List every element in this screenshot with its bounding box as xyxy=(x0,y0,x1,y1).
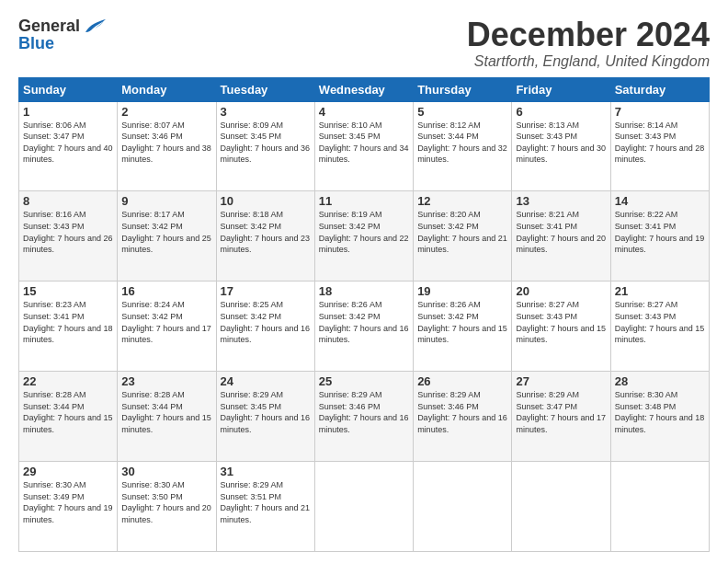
sunset-text: Sunset: 3:42 PM xyxy=(221,222,282,231)
sunrise-text: Sunrise: 8:06 AM xyxy=(23,121,86,130)
day-header-saturday: Saturday xyxy=(610,77,709,101)
day-number: 22 xyxy=(23,374,113,388)
calendar-cell: 13 Sunrise: 8:21 AM Sunset: 3:41 PM Dayl… xyxy=(512,191,610,282)
day-info: Sunrise: 8:29 AM Sunset: 3:46 PM Dayligh… xyxy=(319,389,409,435)
sunset-text: Sunset: 3:46 PM xyxy=(319,402,381,411)
sunset-text: Sunset: 3:42 PM xyxy=(417,222,479,231)
daylight-text: Daylight: 7 hours and 17 minutes. xyxy=(516,413,606,434)
daylight-text: Daylight: 7 hours and 23 minutes. xyxy=(221,234,311,255)
daylight-text: Daylight: 7 hours and 32 minutes. xyxy=(417,144,507,165)
day-number: 4 xyxy=(319,105,409,119)
daylight-text: Daylight: 7 hours and 15 minutes. xyxy=(615,324,705,345)
sunset-text: Sunset: 3:48 PM xyxy=(615,402,677,411)
calendar-cell: 28 Sunrise: 8:30 AM Sunset: 3:48 PM Dayl… xyxy=(610,372,709,462)
day-info: Sunrise: 8:10 AM Sunset: 3:45 PM Dayligh… xyxy=(319,120,409,166)
calendar-cell: 6 Sunrise: 8:13 AM Sunset: 3:43 PM Dayli… xyxy=(512,101,610,191)
sunrise-text: Sunrise: 8:28 AM xyxy=(23,390,86,399)
day-info: Sunrise: 8:22 AM Sunset: 3:41 PM Dayligh… xyxy=(615,209,705,255)
calendar-cell: 3 Sunrise: 8:09 AM Sunset: 3:45 PM Dayli… xyxy=(216,101,314,191)
day-number: 5 xyxy=(417,105,507,119)
daylight-text: Daylight: 7 hours and 30 minutes. xyxy=(516,144,606,165)
logo-bird-icon xyxy=(82,16,108,36)
sunrise-text: Sunrise: 8:27 AM xyxy=(516,300,579,309)
sunrise-text: Sunrise: 8:14 AM xyxy=(615,121,678,130)
sunrise-text: Sunrise: 8:26 AM xyxy=(319,300,382,309)
sunrise-text: Sunrise: 8:26 AM xyxy=(417,300,481,309)
day-number: 10 xyxy=(221,194,311,208)
sunset-text: Sunset: 3:44 PM xyxy=(23,402,85,411)
day-number: 20 xyxy=(516,284,606,298)
sunrise-text: Sunrise: 8:12 AM xyxy=(417,121,481,130)
sunrise-text: Sunrise: 8:30 AM xyxy=(121,480,185,489)
day-info: Sunrise: 8:12 AM Sunset: 3:44 PM Dayligh… xyxy=(417,120,507,166)
daylight-text: Daylight: 7 hours and 25 minutes. xyxy=(121,234,211,255)
day-info: Sunrise: 8:29 AM Sunset: 3:51 PM Dayligh… xyxy=(221,479,311,525)
calendar-cell: 8 Sunrise: 8:16 AM Sunset: 3:43 PM Dayli… xyxy=(19,191,118,282)
sunset-text: Sunset: 3:44 PM xyxy=(417,132,479,141)
day-header-friday: Friday xyxy=(512,77,610,101)
sunset-text: Sunset: 3:43 PM xyxy=(23,222,85,231)
day-info: Sunrise: 8:09 AM Sunset: 3:45 PM Dayligh… xyxy=(221,120,311,166)
sunrise-text: Sunrise: 8:24 AM xyxy=(121,300,185,309)
daylight-text: Daylight: 7 hours and 18 minutes. xyxy=(23,324,113,345)
day-number: 25 xyxy=(319,374,409,388)
day-info: Sunrise: 8:18 AM Sunset: 3:42 PM Dayligh… xyxy=(221,209,311,255)
day-info: Sunrise: 8:27 AM Sunset: 3:43 PM Dayligh… xyxy=(615,299,705,345)
sunrise-text: Sunrise: 8:13 AM xyxy=(516,121,579,130)
logo: General Blue xyxy=(18,17,108,53)
logo-blue: Blue xyxy=(18,34,108,53)
day-number: 18 xyxy=(319,284,409,298)
sunrise-text: Sunrise: 8:21 AM xyxy=(516,210,579,219)
day-number: 19 xyxy=(417,284,507,298)
sunset-text: Sunset: 3:43 PM xyxy=(516,132,577,141)
sunrise-text: Sunrise: 8:18 AM xyxy=(221,210,284,219)
calendar-cell: 5 Sunrise: 8:12 AM Sunset: 3:44 PM Dayli… xyxy=(414,101,512,191)
day-number: 9 xyxy=(121,194,211,208)
calendar-title: December 2024 xyxy=(467,17,710,53)
daylight-text: Daylight: 7 hours and 19 minutes. xyxy=(615,234,705,255)
day-number: 28 xyxy=(615,374,705,388)
calendar-cell: 20 Sunrise: 8:27 AM Sunset: 3:43 PM Dayl… xyxy=(512,282,610,372)
sunrise-text: Sunrise: 8:19 AM xyxy=(319,210,382,219)
calendar-cell: 9 Sunrise: 8:17 AM Sunset: 3:42 PM Dayli… xyxy=(118,191,216,282)
calendar-cell: 1 Sunrise: 8:06 AM Sunset: 3:47 PM Dayli… xyxy=(19,101,118,191)
daylight-text: Daylight: 7 hours and 15 minutes. xyxy=(417,324,507,345)
week-row-1: 1 Sunrise: 8:06 AM Sunset: 3:47 PM Dayli… xyxy=(19,101,710,191)
title-block: December 2024 Startforth, England, Unite… xyxy=(467,17,710,70)
daylight-text: Daylight: 7 hours and 34 minutes. xyxy=(319,144,409,165)
daylight-text: Daylight: 7 hours and 19 minutes. xyxy=(23,503,113,524)
sunrise-text: Sunrise: 8:30 AM xyxy=(615,390,678,399)
sunset-text: Sunset: 3:43 PM xyxy=(615,312,677,321)
sunrise-text: Sunrise: 8:23 AM xyxy=(23,300,86,309)
day-info: Sunrise: 8:27 AM Sunset: 3:43 PM Dayligh… xyxy=(516,299,606,345)
daylight-text: Daylight: 7 hours and 17 minutes. xyxy=(121,324,211,345)
sunrise-text: Sunrise: 8:25 AM xyxy=(221,300,284,309)
calendar-cell: 7 Sunrise: 8:14 AM Sunset: 3:43 PM Dayli… xyxy=(610,101,709,191)
calendar-cell: 17 Sunrise: 8:25 AM Sunset: 3:42 PM Dayl… xyxy=(216,282,314,372)
day-info: Sunrise: 8:24 AM Sunset: 3:42 PM Dayligh… xyxy=(121,299,211,345)
calendar-cell xyxy=(610,462,709,552)
day-info: Sunrise: 8:28 AM Sunset: 3:44 PM Dayligh… xyxy=(23,389,113,435)
daylight-text: Daylight: 7 hours and 16 minutes. xyxy=(221,413,311,434)
daylight-text: Daylight: 7 hours and 21 minutes. xyxy=(417,234,507,255)
day-number: 12 xyxy=(417,194,507,208)
sunrise-text: Sunrise: 8:29 AM xyxy=(417,390,481,399)
sunrise-text: Sunrise: 8:29 AM xyxy=(319,390,382,399)
week-row-5: 29 Sunrise: 8:30 AM Sunset: 3:49 PM Dayl… xyxy=(19,462,710,552)
daylight-text: Daylight: 7 hours and 16 minutes. xyxy=(319,324,409,345)
daylight-text: Daylight: 7 hours and 38 minutes. xyxy=(121,144,211,165)
day-info: Sunrise: 8:28 AM Sunset: 3:44 PM Dayligh… xyxy=(121,389,211,435)
sunrise-text: Sunrise: 8:10 AM xyxy=(319,121,382,130)
calendar-body: 1 Sunrise: 8:06 AM Sunset: 3:47 PM Dayli… xyxy=(19,101,710,551)
day-number: 21 xyxy=(615,284,705,298)
sunset-text: Sunset: 3:42 PM xyxy=(319,222,381,231)
calendar-cell: 18 Sunrise: 8:26 AM Sunset: 3:42 PM Dayl… xyxy=(314,282,413,372)
day-header-sunday: Sunday xyxy=(19,77,118,101)
logo-general: General xyxy=(18,17,80,36)
day-number: 16 xyxy=(121,284,211,298)
calendar-cell: 12 Sunrise: 8:20 AM Sunset: 3:42 PM Dayl… xyxy=(414,191,512,282)
day-number: 23 xyxy=(121,374,211,388)
calendar-cell xyxy=(314,462,413,552)
sunset-text: Sunset: 3:42 PM xyxy=(319,312,381,321)
day-number: 13 xyxy=(516,194,606,208)
